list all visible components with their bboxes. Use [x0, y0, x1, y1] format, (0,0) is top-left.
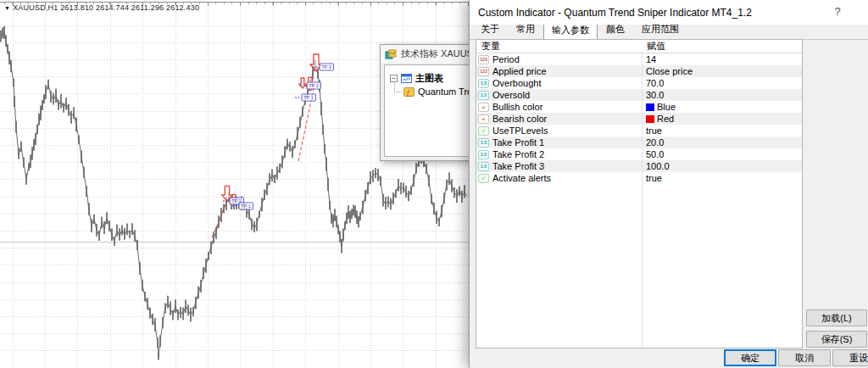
param-name: Bullish color: [492, 102, 542, 112]
tp-label-text: TP 2: [309, 83, 319, 88]
param-value-cell[interactable]: true: [642, 173, 802, 183]
param-value: true: [646, 125, 662, 136]
param-type-color-icon: ▰: [478, 103, 489, 112]
param-row[interactable]: ▰Bullish colorBlue: [476, 101, 802, 113]
param-type-dbl-icon: 1.5: [478, 79, 489, 88]
param-row[interactable]: ▰Bearish colorRed: [476, 113, 802, 125]
dialog-title: Custom Indicator - Quantum Trend Sniper …: [478, 7, 752, 19]
param-name-cell: ✓UseTPLevels: [476, 125, 642, 136]
param-name-cell: ▰Bullish color: [476, 102, 642, 112]
param-value: 70.0: [646, 78, 664, 88]
param-name-cell: 123Period: [476, 54, 642, 64]
param-value-cell[interactable]: Red: [642, 114, 802, 124]
color-swatch: [646, 103, 654, 111]
sell-signal-arrow-icon: [299, 78, 306, 88]
chart-ohlc-text: XAUUSD,H1 2613.810 2614.744 2611.296 261…: [13, 3, 199, 12]
param-row[interactable]: 1.5Take Profit 3100.0: [476, 160, 802, 172]
param-name: Activate alerts: [492, 173, 551, 183]
param-value-cell[interactable]: 20.0: [642, 137, 802, 148]
param-value-cell[interactable]: true: [642, 125, 802, 136]
table-header: 变量 赋值: [476, 40, 802, 53]
param-name-cell: ✓Activate alerts: [476, 173, 642, 183]
param-type-dbl-icon: 1.5: [478, 150, 489, 159]
parameters-table: 变量 赋值 123Period14123Applied priceClose p…: [476, 39, 803, 348]
param-type-int-icon: 123: [478, 55, 489, 64]
help-button[interactable]: ?: [828, 3, 847, 21]
param-value: 14: [646, 54, 656, 64]
header-variable: 变量: [476, 40, 642, 53]
table-column-divider: [642, 40, 643, 348]
save-button[interactable]: 保存(S): [806, 331, 867, 348]
symbol-marker-icon: ▼: [4, 5, 10, 11]
param-name: Take Profit 3: [492, 161, 544, 171]
param-type-dbl-icon: 1.5: [478, 138, 489, 148]
param-value-cell[interactable]: Blue: [642, 102, 802, 112]
custom-indicator-dialog: Custom Indicator - Quantum Trend Sniper …: [469, 0, 868, 368]
param-name-cell: 1.5Take Profit 3: [476, 161, 642, 171]
param-row[interactable]: ✓UseTPLevelstrue: [476, 125, 802, 137]
param-type-int-icon: 123: [478, 67, 489, 76]
indicator-list-icon: [385, 49, 397, 59]
indicator-fx-icon: f: [403, 87, 415, 97]
param-name-cell: 123Applied price: [476, 66, 642, 76]
chart-symbol-line: ▼ XAUUSD,H1 2613.810 2614.744 2611.296 2…: [4, 3, 199, 12]
color-swatch: [646, 115, 654, 123]
tree-collapse-toggle[interactable]: −: [390, 75, 398, 82]
close-icon[interactable]: ×: [860, 3, 868, 21]
param-value: Blue: [657, 102, 676, 112]
param-row[interactable]: 1.5Take Profit 250.0: [476, 148, 802, 160]
param-name: UseTPLevels: [492, 125, 548, 136]
load-button[interactable]: 加载(L): [806, 309, 867, 326]
param-type-color-icon: ▰: [478, 114, 489, 124]
tp-label-text: TP 1: [303, 95, 314, 100]
cancel-button[interactable]: 取消: [778, 349, 831, 366]
param-name-cell: 1.5Overbought: [476, 78, 642, 88]
param-name-cell: ▰Bearish color: [476, 114, 642, 124]
param-type-bool-icon: ✓: [478, 126, 489, 136]
dialog-titlebar[interactable]: Custom Indicator - Quantum Trend Sniper …: [470, 0, 868, 25]
param-name: Take Profit 2: [492, 149, 544, 159]
param-type-dbl-icon: 1.5: [478, 162, 489, 171]
ok-button[interactable]: 确定: [724, 349, 776, 366]
param-row[interactable]: ✓Activate alertstrue: [476, 172, 802, 184]
param-type-bool-icon: ✓: [478, 174, 489, 183]
param-value-cell[interactable]: Close price: [642, 66, 802, 76]
param-row[interactable]: 123Applied priceClose price: [476, 65, 802, 77]
param-value: Red: [657, 114, 674, 124]
param-name-cell: 1.5Oversold: [476, 90, 642, 100]
main-chart-icon: [401, 74, 412, 83]
reset-button[interactable]: 重设: [832, 349, 868, 366]
tree-node-label: 主图表: [415, 72, 443, 85]
param-value-cell[interactable]: 50.0: [642, 149, 802, 159]
param-value: 20.0: [646, 137, 664, 148]
param-value: 100.0: [646, 161, 670, 171]
param-row[interactable]: 1.5Overbought70.0: [476, 77, 802, 89]
param-value-cell[interactable]: 30.0: [642, 90, 802, 100]
param-value-cell[interactable]: 100.0: [642, 161, 802, 171]
tp-label-text: TP 1: [241, 204, 251, 209]
param-name: Applied price: [492, 66, 547, 76]
param-row[interactable]: 1.5Oversold30.0: [476, 89, 802, 101]
param-value-cell[interactable]: 70.0: [642, 78, 802, 88]
dialog-tabs: 关于常用输入参数颜色应用范围: [470, 25, 868, 40]
param-value: Close price: [646, 66, 693, 76]
param-value: true: [646, 173, 662, 183]
param-name-cell: 1.5Take Profit 1: [476, 137, 642, 148]
param-name: Take Profit 1: [492, 137, 544, 148]
param-name: Oversold: [492, 90, 530, 100]
header-value: 赋值: [642, 40, 802, 53]
tp-label-text: TP 3: [321, 64, 331, 70]
mt4-screen: TP 3TP 2TP 1TP 2TP 1 ▼ XAUUSD,H1 2613.81…: [0, 0, 868, 368]
param-name: Overbought: [492, 78, 541, 88]
param-value-cell[interactable]: 14: [642, 54, 802, 64]
param-name-cell: 1.5Take Profit 2: [476, 149, 642, 159]
param-type-dbl-icon: 1.5: [478, 91, 489, 100]
param-row[interactable]: 123Period14: [476, 53, 802, 65]
param-name: Bearish color: [492, 114, 547, 124]
tree-connector: [394, 92, 402, 92]
param-name: Period: [492, 54, 520, 64]
param-row[interactable]: 1.5Take Profit 120.0: [476, 137, 802, 148]
param-value: 50.0: [646, 149, 664, 159]
param-value: 30.0: [646, 90, 664, 100]
